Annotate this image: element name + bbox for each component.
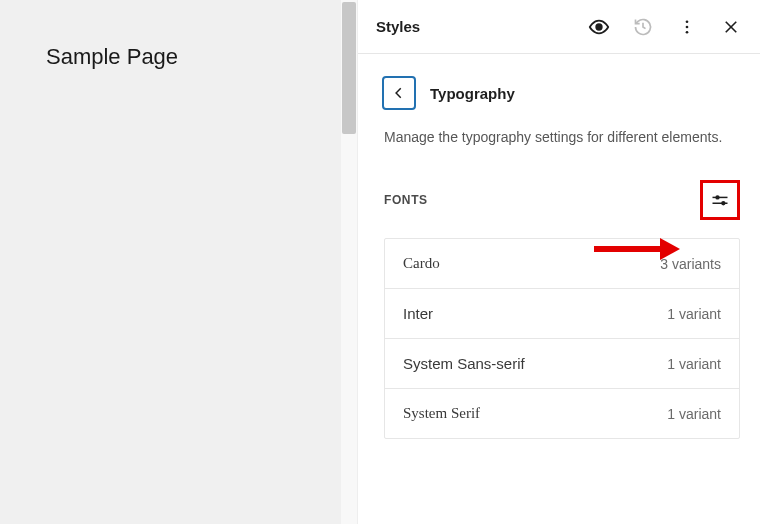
font-name: System Sans-serif	[403, 355, 525, 372]
svg-point-9	[721, 201, 725, 205]
svg-point-2	[686, 25, 689, 28]
sliders-icon	[710, 190, 730, 210]
fonts-list: Cardo 3 variants Inter 1 variant System …	[384, 238, 740, 439]
font-row[interactable]: Cardo 3 variants	[385, 239, 739, 289]
more-icon[interactable]	[676, 16, 698, 38]
svg-point-0	[596, 24, 602, 30]
sidebar-title: Styles	[376, 18, 588, 35]
fonts-header: FONTS	[358, 174, 760, 230]
font-name: Inter	[403, 305, 433, 322]
close-icon[interactable]	[720, 16, 742, 38]
scrollbar-track[interactable]: ▲	[341, 0, 357, 524]
font-row[interactable]: System Sans-serif 1 variant	[385, 339, 739, 389]
section-nav: Typography	[358, 54, 760, 126]
font-variants: 1 variant	[667, 306, 721, 322]
svg-point-3	[686, 30, 689, 33]
editor-canvas: Sample Page ▲	[0, 0, 357, 524]
font-variants: 3 variants	[660, 256, 721, 272]
section-title: Typography	[430, 85, 515, 102]
sidebar-header: Styles	[358, 0, 760, 54]
page-title: Sample Page	[46, 44, 357, 70]
font-row[interactable]: Inter 1 variant	[385, 289, 739, 339]
font-variants: 1 variant	[667, 406, 721, 422]
scrollbar-thumb[interactable]	[342, 2, 356, 134]
font-name: Cardo	[403, 255, 440, 272]
fonts-label: FONTS	[384, 193, 428, 207]
manage-fonts-button[interactable]	[700, 180, 740, 220]
back-button[interactable]	[382, 76, 416, 110]
svg-point-7	[715, 196, 719, 200]
font-variants: 1 variant	[667, 356, 721, 372]
stylebook-icon[interactable]	[588, 16, 610, 38]
styles-sidebar: Styles	[357, 0, 760, 524]
revisions-icon[interactable]	[632, 16, 654, 38]
font-name: System Serif	[403, 405, 480, 422]
font-row[interactable]: System Serif 1 variant	[385, 389, 739, 438]
section-description: Manage the typography settings for diffe…	[358, 126, 760, 174]
svg-rect-6	[713, 197, 728, 199]
svg-point-1	[686, 20, 689, 23]
